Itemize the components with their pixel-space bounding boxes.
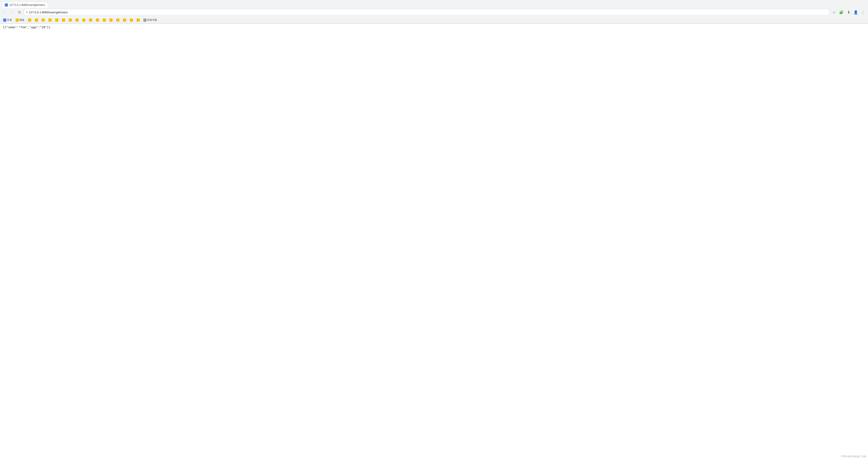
bookmark-favicon (82, 19, 86, 22)
bookmark-favicon (41, 19, 45, 22)
bookmark-favicon (49, 19, 52, 22)
bookmark-item-20[interactable]: 所有书签 (142, 18, 158, 22)
bookmark-item-15[interactable] (108, 18, 114, 22)
json-output: [{"name":"Tom","age":"20"}] (3, 26, 865, 29)
bookmark-favicon (116, 19, 119, 22)
bookmark-item-19[interactable] (135, 18, 141, 22)
address-bar[interactable]: ℹ 127.0.0.1:8080/user/getUsers (24, 9, 830, 15)
bookmark-item-12[interactable] (88, 18, 94, 22)
back-button[interactable]: ← (2, 9, 8, 15)
bookmark-favicon (55, 19, 58, 22)
forward-button[interactable]: → (9, 9, 16, 15)
bookmark-item-10[interactable] (74, 18, 80, 22)
bookmark-favicon (96, 19, 99, 22)
bookmark-label: 所有书签 (147, 18, 157, 22)
bookmark-item-16[interactable] (115, 18, 121, 22)
bookmark-item-4[interactable] (33, 18, 39, 22)
bookmark-netdisk[interactable]: 网盘 (14, 18, 26, 22)
download-button[interactable]: ⬇ (845, 9, 852, 15)
bookmark-item-9[interactable] (67, 18, 73, 22)
bookmark-item-14[interactable] (101, 18, 107, 22)
browser-chrome: 127.0.0.1:8080/user/getUsers ← → ↻ ℹ 127… (0, 0, 868, 24)
footer-text: CSDN 程序员必备工具箱 (841, 455, 866, 458)
extensions-button[interactable]: 🧩 (838, 9, 844, 15)
bookmark-item-13[interactable] (94, 18, 100, 22)
menu-button[interactable]: ⋮ (860, 9, 866, 15)
bookmark-favicon (75, 19, 79, 22)
bookmark-favicon (130, 19, 133, 22)
secure-icon: ℹ (27, 11, 28, 14)
browser-footer: CSDN 程序员必备工具箱 (839, 454, 868, 459)
profile-button[interactable]: 👤 (852, 9, 859, 15)
nav-bar: ← → ↻ ℹ 127.0.0.1:8080/user/getUsers ☆ 🧩… (0, 8, 868, 17)
reload-button[interactable]: ↻ (16, 9, 23, 15)
bookmark-favicon (69, 19, 72, 22)
bookmark-item-8[interactable] (61, 18, 66, 22)
toolbar-right: ☆ 🧩 ⬇ 👤 ⋮ (831, 9, 866, 15)
bookmark-item-6[interactable] (47, 18, 53, 22)
bookmark-item-7[interactable] (54, 18, 60, 22)
bookmark-item-18[interactable] (128, 18, 134, 22)
bookmark-item-3[interactable] (27, 18, 33, 22)
bookmark-favicon (35, 19, 38, 22)
bookmark-item-17[interactable] (122, 18, 127, 22)
bookmark-label: 网盘 (20, 18, 24, 22)
bookmark-favicon (136, 19, 140, 22)
bookmark-favicon (16, 19, 19, 22)
page-content: [{"name":"Tom","age":"20"}] (0, 24, 868, 459)
bookmark-favicon (123, 19, 126, 22)
bookmarks-bar: 百度 网盘 (0, 17, 868, 24)
bookmark-favicon (89, 19, 92, 22)
active-tab[interactable]: 127.0.0.1:8080/user/getUsers (2, 2, 48, 8)
bookmark-baidu[interactable]: 百度 (2, 18, 13, 22)
bookmark-label: 百度 (7, 18, 12, 22)
bookmark-favicon (110, 19, 113, 22)
bookmark-item-11[interactable] (81, 18, 87, 22)
tab-favicon (5, 3, 8, 6)
url-text: 127.0.0.1:8080/user/getUsers (29, 11, 827, 14)
bookmark-favicon (3, 19, 6, 22)
bookmark-favicon (103, 19, 106, 22)
bookmark-item-5[interactable] (40, 18, 46, 22)
bookmark-favicon (28, 19, 31, 22)
tab-title: 127.0.0.1:8080/user/getUsers (9, 3, 45, 6)
bookmark-star-button[interactable]: ☆ (831, 9, 837, 15)
tab-bar: 127.0.0.1:8080/user/getUsers (0, 0, 868, 8)
bookmark-favicon (143, 19, 147, 22)
bookmark-favicon (62, 19, 65, 22)
